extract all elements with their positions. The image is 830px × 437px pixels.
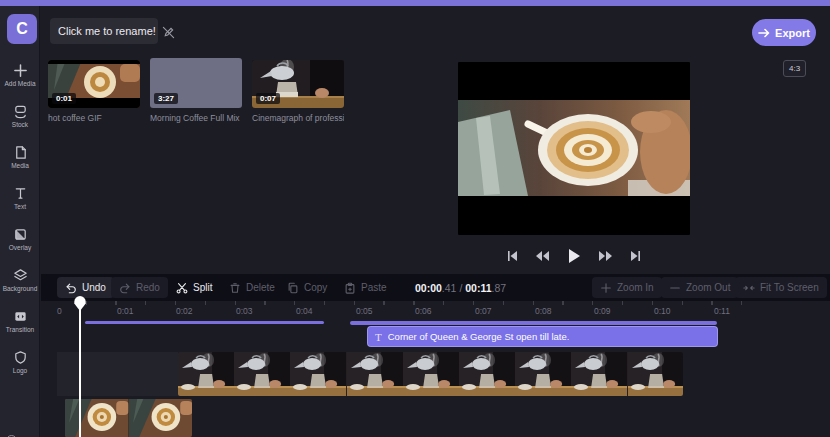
ruler-ticks bbox=[57, 301, 757, 305]
time-total-frac: .87 bbox=[492, 282, 507, 294]
sidebar-item-background[interactable]: Background bbox=[0, 259, 40, 300]
text-clip[interactable]: T Corner of Queen & George St open till … bbox=[367, 326, 718, 347]
skip-to-start-button[interactable] bbox=[507, 250, 518, 262]
trash-icon bbox=[229, 282, 241, 294]
sidebar-item-overlay[interactable]: Overlay bbox=[0, 218, 40, 259]
sidebar-item-transition[interactable]: Transition bbox=[0, 300, 40, 341]
paste-icon bbox=[344, 282, 356, 294]
playhead-line bbox=[79, 307, 81, 437]
media-item-name: Morning Coffee Full Mix bbox=[150, 113, 242, 123]
redo-button[interactable]: Redo bbox=[111, 277, 168, 298]
ruler-label: 0:06 bbox=[415, 306, 432, 316]
minus-icon bbox=[669, 282, 681, 294]
media-item-cinemagraph[interactable]: 0:07 Cinemagraph of professi... bbox=[252, 60, 344, 123]
text-icon bbox=[13, 186, 28, 201]
sidebar-item-label: Logo bbox=[13, 367, 27, 374]
media-item-morning-coffee-full-mix[interactable]: 3:27 Morning Coffee Full Mix bbox=[150, 58, 242, 123]
timeline-ruler[interactable]: 0 0:01 0:02 0:03 0:04 0:05 0:06 0:07 0:0… bbox=[41, 301, 830, 318]
filmstrip-frame bbox=[459, 352, 515, 396]
stock-icon bbox=[13, 104, 28, 119]
play-button[interactable] bbox=[567, 248, 581, 264]
sidebar: C Add Media Stock Media Text Overlay bbox=[0, 6, 40, 437]
overlay-icon bbox=[13, 227, 28, 242]
media-thumbnail: 0:07 bbox=[252, 60, 344, 108]
time-separator: / bbox=[456, 282, 465, 294]
filmstrip-frame bbox=[178, 352, 234, 396]
ruler-label: 0:11 bbox=[714, 306, 730, 316]
ruler-label: 0 bbox=[57, 306, 62, 316]
plus-icon bbox=[13, 63, 28, 78]
text-clip-icon: T bbox=[375, 331, 382, 343]
duration-badge: 0:01 bbox=[52, 93, 76, 104]
ruler-label: 0:04 bbox=[296, 306, 313, 316]
redo-icon bbox=[119, 282, 131, 294]
copy-icon bbox=[287, 282, 299, 294]
audio-clip-segment-2[interactable] bbox=[350, 321, 717, 325]
sidebar-item-logo[interactable]: Logo bbox=[0, 341, 40, 382]
ruler-label: 0:09 bbox=[594, 306, 611, 316]
duration-badge: 0:07 bbox=[256, 93, 280, 104]
browser-theme-strip bbox=[0, 0, 830, 6]
fast-forward-button[interactable] bbox=[598, 250, 613, 262]
copy-label: Copy bbox=[304, 282, 327, 293]
text-clip-label: Corner of Queen & George St open till la… bbox=[388, 331, 570, 342]
skip-start-icon bbox=[507, 250, 518, 262]
skip-end-icon bbox=[630, 250, 641, 262]
skip-to-end-button[interactable] bbox=[630, 250, 641, 262]
clipchamp-logo[interactable]: C bbox=[7, 14, 37, 44]
fit-to-screen-button[interactable]: Fit To Screen bbox=[735, 277, 827, 298]
filmstrip-frame bbox=[515, 352, 571, 396]
arrow-right-icon bbox=[758, 28, 770, 38]
filmstrip-frame bbox=[234, 352, 290, 396]
paste-label: Paste bbox=[361, 282, 387, 293]
zoom-out-button[interactable]: Zoom Out bbox=[661, 277, 738, 298]
sidebar-item-label: Add Media bbox=[4, 80, 35, 87]
sidebar-item-text[interactable]: Text bbox=[0, 177, 40, 218]
zoom-in-button[interactable]: Zoom In bbox=[592, 277, 662, 298]
time-display: 00:00.41 / 00:11.87 bbox=[415, 282, 506, 294]
playhead[interactable] bbox=[73, 295, 87, 437]
ruler-label: 0:02 bbox=[176, 306, 193, 316]
media-item-hot-coffee-gif[interactable]: 0:01 hot coffee GIF bbox=[48, 60, 140, 123]
filmstrip-frame bbox=[571, 352, 627, 396]
duration-badge: 3:27 bbox=[154, 93, 178, 104]
rewind-button[interactable] bbox=[535, 250, 550, 262]
media-thumbnail: 3:27 bbox=[150, 58, 242, 108]
layers-icon bbox=[13, 268, 28, 283]
media-item-name: hot coffee GIF bbox=[48, 113, 140, 123]
sidebar-item-media[interactable]: Media bbox=[0, 136, 40, 177]
file-icon bbox=[13, 145, 28, 160]
aspect-ratio-badge[interactable]: 4:3 bbox=[783, 60, 806, 77]
time-current-frac: .41 bbox=[442, 282, 457, 294]
copy-button[interactable]: Copy bbox=[279, 277, 335, 298]
media-item-name: Cinemagraph of professi... bbox=[252, 113, 344, 123]
sidebar-item-stock[interactable]: Stock bbox=[0, 95, 40, 136]
timeline: 0 0:01 0:02 0:03 0:04 0:05 0:06 0:07 0:0… bbox=[41, 301, 830, 437]
export-label: Export bbox=[775, 27, 810, 39]
shield-icon bbox=[13, 350, 28, 365]
project-title-input[interactable]: Click me to rename! bbox=[50, 18, 158, 44]
split-button[interactable]: Split bbox=[168, 277, 220, 298]
ruler-label: 0:07 bbox=[475, 306, 492, 316]
filmstrip-frame bbox=[347, 352, 403, 396]
audio-clip-segment-1[interactable] bbox=[85, 321, 324, 324]
export-button[interactable]: Export bbox=[752, 19, 816, 46]
fit-to-screen-label: Fit To Screen bbox=[760, 282, 819, 293]
video-preview-canvas bbox=[458, 62, 690, 235]
zoom-in-label: Zoom In bbox=[617, 282, 654, 293]
filmstrip-frame bbox=[129, 399, 193, 437]
delete-label: Delete bbox=[246, 282, 275, 293]
delete-button[interactable]: Delete bbox=[221, 277, 283, 298]
play-icon bbox=[567, 248, 581, 264]
sidebar-item-label: Background bbox=[3, 285, 38, 292]
time-total: 00:11 bbox=[465, 282, 491, 294]
scissors-icon bbox=[176, 282, 188, 294]
zoom-out-label: Zoom Out bbox=[686, 282, 730, 293]
sidebar-item-label: Stock bbox=[12, 121, 28, 128]
ruler-label: 0:10 bbox=[654, 306, 671, 316]
sidebar-item-label: Media bbox=[11, 162, 29, 169]
sidebar-item-add-media[interactable]: Add Media bbox=[0, 54, 40, 95]
fast-forward-icon bbox=[598, 250, 613, 262]
paste-button[interactable]: Paste bbox=[336, 277, 395, 298]
video-clip-cinemagraph[interactable] bbox=[178, 352, 683, 396]
